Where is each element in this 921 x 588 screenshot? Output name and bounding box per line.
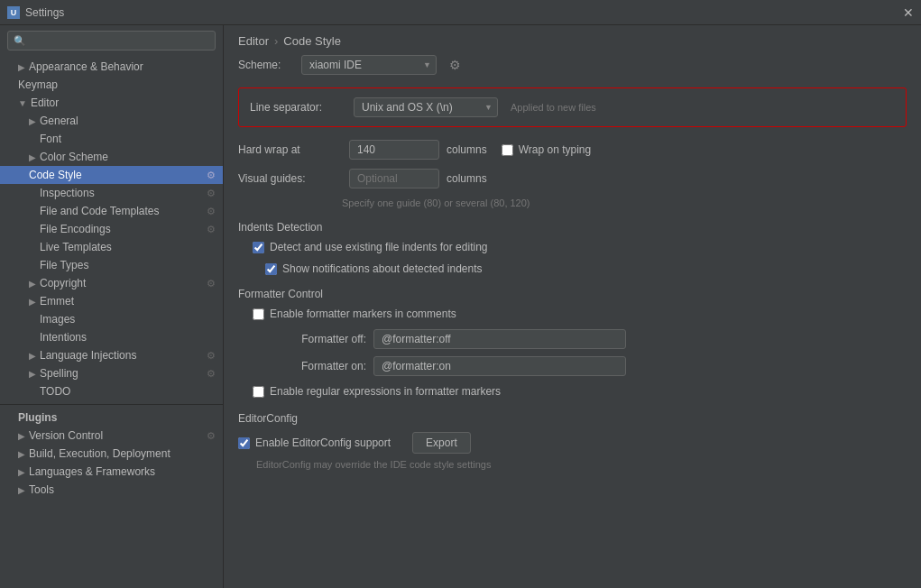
sidebar-item-live-templates[interactable]: Live Templates — [0, 238, 223, 256]
formatter-control-header: Formatter Control — [238, 288, 907, 300]
sidebar-item-editor[interactable]: ▼ Editor — [0, 94, 223, 112]
sidebar-item-appearance[interactable]: ▶ Appearance & Behavior — [0, 58, 223, 76]
enable-regex-label[interactable]: Enable regular expressions in formatter … — [253, 385, 501, 398]
editorconfig-enable-checkbox[interactable] — [238, 437, 250, 449]
sidebar-item-label: Keymap — [18, 78, 58, 91]
enable-regex-checkbox[interactable] — [253, 386, 264, 398]
editorconfig-enable-label[interactable]: Enable EditorConfig support — [238, 436, 391, 449]
enable-formatter-text: Enable formatter markers in comments — [270, 308, 456, 320]
sidebar-item-general[interactable]: ▶ General — [0, 112, 223, 130]
scheme-gear-button[interactable]: ⚙ — [446, 56, 465, 74]
sidebar-item-label: Language Injections — [40, 349, 136, 362]
sidebar-item-label: Editor — [31, 96, 59, 109]
hard-wrap-label: Hard wrap at — [238, 143, 342, 156]
breadcrumb-arrow: › — [274, 34, 278, 48]
wrap-on-typing-checkbox-label[interactable]: Wrap on typing — [502, 143, 592, 156]
sidebar-item-intentions[interactable]: Intentions — [0, 328, 223, 346]
detect-indents-checkbox[interactable] — [253, 242, 264, 253]
title-bar-left: U Settings — [7, 6, 64, 19]
formatter-on-input[interactable] — [373, 356, 626, 376]
breadcrumb: Editor › Code Style — [224, 25, 921, 55]
sidebar-item-label: Emmet — [40, 295, 74, 308]
scheme-select[interactable]: xiaomi IDE — [301, 55, 437, 75]
sidebar-item-inspections[interactable]: Inspections ⚙ — [0, 184, 223, 202]
settings-icon: ⚙ — [207, 206, 216, 217]
formatter-off-input[interactable] — [373, 329, 626, 349]
visual-guides-input[interactable] — [349, 169, 439, 188]
sidebar-item-label: Appearance & Behavior — [29, 60, 143, 73]
sidebar-item-todo[interactable]: TODO — [0, 382, 223, 400]
enable-regex-row: Enable regular expressions in formatter … — [238, 385, 907, 398]
sidebar-item-label: Tools — [29, 483, 54, 496]
sidebar-item-label: TODO — [40, 385, 70, 398]
sidebar-section-plugins[interactable]: Plugins — [0, 409, 223, 427]
sidebar-item-label: File and Code Templates — [40, 205, 160, 217]
sidebar-item-language-injections[interactable]: ▶ Language Injections ⚙ — [0, 346, 223, 364]
arrow-icon: ▶ — [29, 116, 36, 126]
indents-detection-header: Indents Detection — [238, 221, 907, 234]
visual-guides-row: Visual guides: columns — [238, 169, 907, 188]
sidebar-item-copyright[interactable]: ▶ Copyright ⚙ — [0, 274, 223, 292]
sidebar: 🔍 ▶ Appearance & Behavior Keymap ▼ Edito… — [0, 25, 224, 588]
enable-formatter-checkbox[interactable] — [253, 308, 264, 320]
formatter-off-row: Formatter off: — [238, 329, 907, 349]
line-sep-select-wrapper: Unix and OS X (\n) Windows (\r\n) Classi… — [354, 97, 498, 117]
editorconfig-enable-row: Enable EditorConfig support Export — [238, 432, 907, 454]
sidebar-item-color-scheme[interactable]: ▶ Color Scheme — [0, 148, 223, 166]
sidebar-item-label: Inspections — [40, 187, 95, 199]
visual-guides-unit: columns — [447, 172, 487, 185]
app-icon: U — [7, 6, 20, 19]
sidebar-item-spelling[interactable]: ▶ Spelling ⚙ — [0, 364, 223, 382]
editorconfig-hint: EditorConfig may override the IDE code s… — [238, 459, 907, 470]
main-content: 🔍 ▶ Appearance & Behavior Keymap ▼ Edito… — [0, 25, 921, 588]
editorconfig-enable-text: Enable EditorConfig support — [255, 436, 391, 449]
formatter-section: Enable formatter markers in comments For… — [238, 308, 907, 398]
sidebar-item-font[interactable]: Font — [0, 130, 223, 148]
hard-wrap-row: Hard wrap at columns Wrap on typing — [238, 140, 907, 160]
search-box[interactable]: 🔍 — [7, 31, 216, 51]
title-bar: U Settings ✕ — [0, 0, 921, 25]
guides-hint: Specify one guide (80) or several (80, 1… — [238, 198, 907, 208]
sidebar-item-label: Plugins — [18, 411, 57, 424]
sidebar-item-tools[interactable]: ▶ Tools — [0, 481, 223, 499]
arrow-icon: ▶ — [18, 431, 25, 441]
search-input[interactable] — [30, 34, 209, 47]
detect-indents-label[interactable]: Detect and use existing file indents for… — [253, 241, 487, 253]
sidebar-item-label: Images — [40, 313, 75, 326]
arrow-icon: ▶ — [29, 152, 36, 162]
sidebar-item-label: Intentions — [40, 331, 87, 344]
sidebar-item-languages[interactable]: ▶ Languages & Frameworks — [0, 463, 223, 481]
sidebar-item-keymap[interactable]: Keymap — [0, 76, 223, 94]
wrap-on-typing-checkbox[interactable] — [502, 144, 513, 156]
settings-icon: ⚙ — [207, 170, 216, 181]
sidebar-item-emmet[interactable]: ▶ Emmet — [0, 292, 223, 310]
enable-formatter-label[interactable]: Enable formatter markers in comments — [253, 308, 456, 320]
formatter-off-label: Formatter off: — [267, 333, 366, 345]
scheme-select-wrapper: xiaomi IDE — [301, 55, 437, 75]
sidebar-item-file-code-templates[interactable]: File and Code Templates ⚙ — [0, 202, 223, 220]
export-button[interactable]: Export — [412, 432, 471, 454]
sidebar-item-build[interactable]: ▶ Build, Execution, Deployment — [0, 445, 223, 463]
show-notifications-label[interactable]: Show notifications about detected indent… — [265, 262, 482, 275]
settings-icon: ⚙ — [207, 430, 216, 442]
sidebar-item-images[interactable]: Images — [0, 310, 223, 328]
wrap-on-typing-label: Wrap on typing — [519, 143, 592, 156]
sidebar-item-file-types[interactable]: File Types — [0, 256, 223, 274]
hard-wrap-input[interactable] — [349, 140, 439, 160]
line-sep-select[interactable]: Unix and OS X (\n) Windows (\r\n) Classi… — [354, 97, 498, 117]
settings-content: Scheme: xiaomi IDE ⚙ Line separator: Uni… — [224, 55, 921, 588]
sidebar-item-version-control[interactable]: ▶ Version Control ⚙ — [0, 427, 223, 445]
line-separator-box: Line separator: Unix and OS X (\n) Windo… — [238, 87, 907, 127]
sidebar-item-code-style[interactable]: Code Style ⚙ — [0, 166, 223, 184]
close-button[interactable]: ✕ — [903, 6, 914, 19]
sidebar-nav: ▶ Appearance & Behavior Keymap ▼ Editor … — [0, 56, 223, 588]
show-notifications-checkbox[interactable] — [265, 263, 277, 275]
sidebar-item-label: Build, Execution, Deployment — [29, 447, 170, 460]
editorconfig-section: EditorConfig Enable EditorConfig support… — [238, 412, 907, 470]
right-panel: Editor › Code Style Scheme: xiaomi IDE ⚙… — [224, 25, 921, 588]
scheme-row: Scheme: xiaomi IDE ⚙ — [238, 55, 907, 75]
breadcrumb-parent: Editor — [238, 34, 269, 48]
sidebar-item-file-encodings[interactable]: File Encodings ⚙ — [0, 220, 223, 238]
enable-regex-text: Enable regular expressions in formatter … — [270, 385, 501, 398]
arrow-icon: ▼ — [18, 98, 27, 108]
